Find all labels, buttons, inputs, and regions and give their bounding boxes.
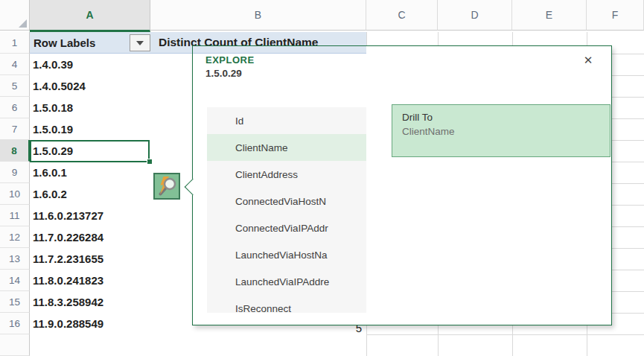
column-header-c[interactable]: C (366, 0, 438, 31)
field-list: IdClientNameClientAddressConnectedViaHos… (207, 107, 366, 313)
drill-to-value: ClientName (402, 126, 610, 137)
explore-popup: EXPLORE 1.5.0.29 ✕ IdClientNameClientAdd… (192, 45, 612, 325)
row-header-15[interactable]: 15 (0, 291, 30, 313)
column-header-d[interactable]: D (438, 0, 512, 31)
drill-to-button[interactable]: Drill To ClientName (392, 104, 610, 157)
select-all-corner[interactable] (0, 0, 30, 31)
field-item-connectedviaipaddr[interactable]: ConnectedViaIPAddr (207, 214, 366, 241)
column-header-b[interactable]: B (150, 0, 366, 31)
row-label-cell[interactable]: 1.4.0.39 (33, 54, 150, 75)
row-header-7[interactable]: 7 (0, 118, 30, 140)
row-header-1[interactable]: 1 (0, 32, 30, 54)
row-header-8[interactable]: 8 (0, 140, 30, 162)
row-label-cell[interactable]: 11.8.0.241823 (33, 270, 150, 291)
row-header-4[interactable]: 4 (0, 54, 30, 75)
row-labels-text: Row Labels (34, 36, 95, 49)
row-header-13[interactable]: 13 (0, 248, 30, 270)
quick-explore-button[interactable] (153, 173, 180, 200)
excel-worksheet: ABCDEF 145678910111213141516 Row Labels … (0, 0, 644, 356)
column-header-e[interactable]: E (512, 0, 587, 31)
row-label-cell[interactable]: 11.7.2.231655 (33, 248, 150, 270)
row-label-cell[interactable]: 1.5.0.19 (33, 118, 150, 140)
quick-explore-icon (153, 173, 180, 200)
row-label-cell[interactable]: 11.7.0.226284 (33, 226, 150, 248)
popup-subtitle: 1.5.0.29 (205, 68, 242, 79)
filter-dropdown-button[interactable] (130, 34, 150, 51)
row-label-cell[interactable]: 1.4.0.5024 (33, 75, 150, 97)
field-item-clientaddress[interactable]: ClientAddress (207, 161, 366, 188)
field-item-launchedviahostna[interactable]: LaunchedViaHostNa (207, 241, 366, 268)
drill-to-label: Drill To (402, 112, 610, 123)
row-header-10[interactable]: 10 (0, 183, 30, 205)
field-item-connectedviahostn[interactable]: ConnectedViaHostN (207, 188, 366, 214)
close-icon[interactable]: ✕ (576, 51, 600, 69)
row-header-11[interactable]: 11 (0, 205, 30, 226)
row-header-12[interactable]: 12 (0, 226, 30, 248)
column-header-a[interactable]: A (30, 0, 150, 32)
row-label-cell[interactable]: 11.8.3.258942 (33, 291, 150, 313)
row-label-cell[interactable]: 1.6.0.1 (33, 162, 150, 183)
field-item-isreconnect[interactable]: IsReconnect (207, 295, 366, 313)
row-label-cell[interactable]: 11.9.0.288549 (33, 313, 150, 334)
gridline (366, 334, 644, 335)
field-item-id[interactable]: Id (207, 107, 366, 134)
fill-handle[interactable] (147, 159, 153, 165)
row-label-cell[interactable]: 1.5.0.18 (33, 97, 150, 118)
row-header-14[interactable]: 14 (0, 270, 30, 291)
row-label-cell[interactable]: 1.6.0.2 (33, 183, 150, 205)
row-header-6[interactable]: 6 (0, 97, 30, 118)
field-item-launchedviaipaddre[interactable]: LaunchedViaIPAddre (207, 268, 366, 295)
column-header-f[interactable]: F (587, 0, 644, 31)
row-header-blank[interactable] (0, 334, 30, 356)
row-header-9[interactable]: 9 (0, 162, 30, 183)
popup-title: EXPLORE (205, 54, 255, 66)
field-item-clientname[interactable]: ClientName (207, 134, 366, 161)
active-cell-border (30, 140, 150, 162)
row-header-5[interactable]: 5 (0, 75, 30, 97)
row-label-cell[interactable]: 11.6.0.213727 (33, 205, 150, 226)
row-header-16[interactable]: 16 (0, 313, 30, 334)
